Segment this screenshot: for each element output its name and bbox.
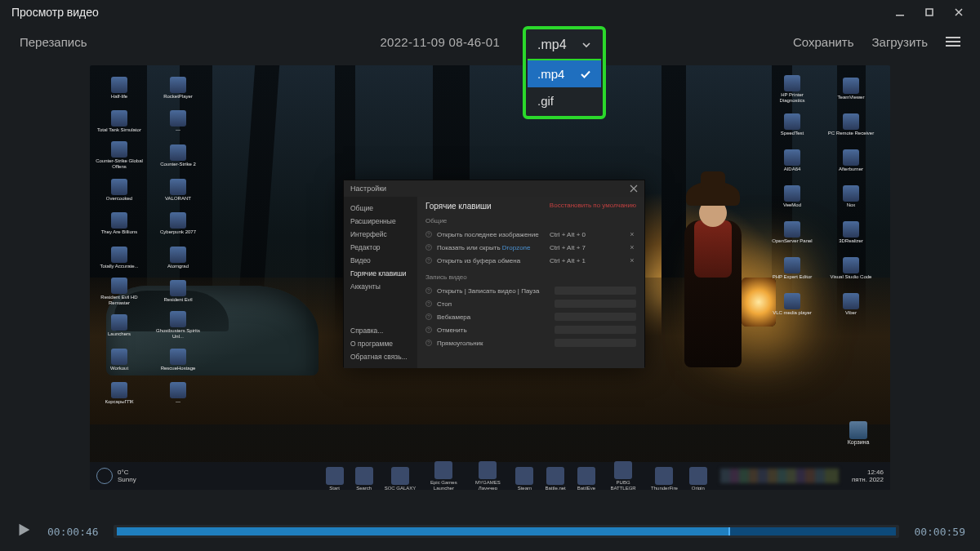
titlebar: Просмотр видео [0, 0, 980, 24]
filename-timestamp: 2022-11-09 08-46-01 [104, 35, 777, 49]
dialog-side-item[interactable]: Общие [344, 202, 417, 215]
desktop-icon: 3DRealizer [826, 217, 875, 248]
help-icon[interactable]: ? [425, 340, 432, 346]
rerecord-button[interactable]: Перезапись [20, 35, 87, 49]
help-icon[interactable]: ? [425, 313, 432, 320]
desktop-icon: Launchers [95, 311, 144, 340]
play-button[interactable] [15, 521, 33, 542]
dialog-close-icon[interactable] [630, 184, 638, 193]
svg-rect-1 [926, 9, 933, 16]
hotkey-row[interactable]: ?Стоп [425, 297, 636, 310]
format-selected[interactable]: .mp4 [528, 31, 601, 59]
save-button[interactable]: Сохранить [793, 35, 854, 49]
help-icon[interactable]: ? [425, 257, 432, 264]
seek-progress [117, 527, 730, 535]
check-icon [580, 69, 591, 80]
dialog-side-item[interactable]: О программе [344, 337, 417, 350]
hotkey-row[interactable]: ?Открыть из буфера обменаCtrl + Alt + 1× [425, 254, 636, 267]
taskbar-app: ThunderFire [651, 467, 678, 491]
hotkey-input[interactable] [555, 300, 636, 308]
hotkey-row[interactable]: ?Прямоугольник [425, 336, 636, 349]
hotkey-row[interactable]: ?Вебкамера [425, 310, 636, 323]
toolbar: Перезапись 2022-11-09 08-46-01 Сохранить… [0, 24, 980, 59]
desktop-icon: SpeedTest [768, 109, 817, 140]
desktop-icon: — [154, 108, 203, 137]
desktop-icon: Visual Studio Code [826, 253, 875, 284]
desktop-icon: PHP Expert Editor [768, 253, 817, 284]
video-preview[interactable]: Half-lifeTotal Tank SimulatorCounter-Str… [90, 65, 890, 490]
help-icon[interactable]: ? [425, 327, 432, 333]
format-selected-label: .mp4 [537, 38, 567, 52]
desktop-icons-col: HP Printer DiagnosticsSpeedTestAIDA64Vee… [768, 72, 826, 408]
desktop-icon: Ghostbusters Spirits Unl... [154, 311, 203, 340]
format-option-gif[interactable]: .gif [528, 87, 601, 114]
clear-hotkey-icon[interactable]: × [628, 243, 636, 251]
weather-label: 0°CSunny [118, 469, 136, 483]
seek-track[interactable] [114, 525, 900, 538]
settings-dialog: Настройки ОбщиеРасширенныеИнтерфейсРедак… [343, 180, 645, 367]
hotkey-row[interactable]: ?Открыть последнее изображениеCtrl + Alt… [425, 228, 636, 241]
clear-hotkey-icon[interactable]: × [628, 256, 636, 264]
hotkey-row[interactable]: ?Отменить [425, 323, 636, 336]
maximize-button[interactable] [915, 0, 944, 24]
desktop-icon: Resident Evil HD Remaster [95, 278, 144, 307]
desktop-icon: AIDA64 [768, 145, 817, 176]
desktop-icon: HP Printer Diagnostics [768, 73, 817, 104]
hotkey-input[interactable] [555, 339, 636, 347]
recycle-bin-label: Корзина [838, 439, 879, 445]
hotkey-input[interactable] [555, 313, 636, 321]
desktop-icon: Overcooked [95, 176, 144, 205]
taskbar-tray-blur [720, 469, 839, 483]
dialog-header: Настройки [344, 180, 644, 197]
desktop-icon: Atomgrad [154, 243, 203, 273]
desktop-icon: OpenServer Panel [768, 217, 817, 248]
hamburger-icon [946, 37, 960, 38]
taskbar-clock: 12:46пятн. 2022 [852, 469, 884, 483]
taskbar-app: MYGAMES Лаунчер [471, 461, 504, 491]
dialog-sidebar: ОбщиеРасширенныеИнтерфейсРедакторВидеоГо… [344, 197, 417, 368]
dialog-side-item[interactable]: Горячие клавиши [344, 267, 417, 280]
taskbar-app: PUBG BATTLEGR [607, 461, 639, 491]
desktop-icon: TeamViewer [826, 73, 875, 104]
help-icon[interactable]: ? [425, 300, 432, 307]
upload-button[interactable]: Загрузить [872, 35, 929, 49]
wallpaper-figure [670, 171, 760, 416]
dialog-side-item[interactable]: Интерфейс [344, 228, 417, 241]
desktop-icon: Half-life [95, 73, 144, 103]
hotkey-row[interactable]: ?Открыть | Записать видео | Пауза [425, 284, 636, 297]
hotkey-input[interactable] [555, 287, 636, 295]
minimize-button[interactable] [885, 0, 915, 24]
desktop-icon: VeeMod [768, 181, 817, 212]
dialog-side-item[interactable]: Расширенные [344, 215, 417, 228]
dialog-side-item[interactable]: Обратная связь... [344, 350, 417, 363]
hotkey-input[interactable] [555, 326, 636, 334]
desktop-icons-col: RocketPlayer—Counter-Strike 2VALORANTCyb… [154, 72, 212, 408]
desktop-icon: КорсарыГПК [95, 379, 144, 408]
close-button[interactable] [944, 0, 973, 24]
taskbar-app: BattlEye [577, 467, 595, 491]
svg-rect-0 [896, 15, 904, 16]
desktop-icon: Nox [826, 181, 875, 212]
format-dropdown[interactable]: .mp4 .mp4 .gif [523, 26, 606, 119]
clear-hotkey-icon[interactable]: × [628, 230, 636, 238]
help-icon[interactable]: ? [425, 231, 432, 238]
taskbar-app: Origin [689, 467, 707, 491]
menu-button[interactable] [946, 37, 960, 47]
window-title: Просмотр видео [11, 6, 99, 19]
format-option-mp4[interactable]: .mp4 [528, 60, 601, 87]
close-icon [954, 7, 964, 17]
taskbar-app: Start [326, 467, 344, 491]
dialog-side-item[interactable]: Видео [344, 254, 417, 267]
desktop-icon: Cyberpunk 2077 [154, 209, 203, 238]
help-icon[interactable]: ? [425, 287, 432, 294]
dialog-side-item[interactable]: Аккаунты [344, 280, 417, 293]
help-icon[interactable]: ? [425, 244, 432, 251]
dialog-side-item[interactable]: Редактор [344, 241, 417, 254]
reset-defaults-link[interactable]: Восстановить по умолчанию [550, 202, 636, 211]
desktop-icon: RocketPlayer [154, 73, 203, 103]
dialog-side-item[interactable]: Справка... [344, 324, 417, 337]
time-total: 00:00:59 [914, 526, 965, 538]
desktop-icon: PC Remote Receiver [826, 109, 875, 140]
desktop-icon: — [154, 379, 203, 408]
hotkey-row[interactable]: ?Показать или скрыть DropzoneCtrl + Alt … [425, 241, 636, 254]
